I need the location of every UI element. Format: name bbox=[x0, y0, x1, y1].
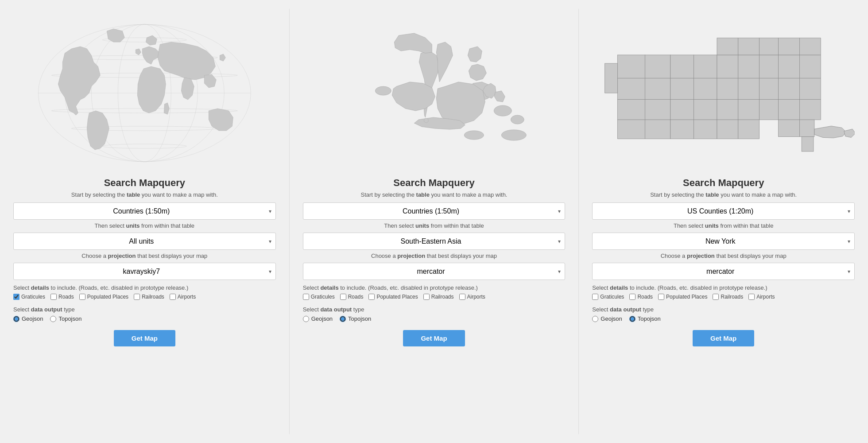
units-label-sea: Then select units from within that table bbox=[384, 222, 484, 229]
graticules-checkbox-ny[interactable] bbox=[592, 294, 598, 300]
topojson-radio-label-world[interactable]: Topojson bbox=[50, 315, 81, 322]
svg-rect-30 bbox=[618, 99, 645, 120]
geojson-radio-ny[interactable] bbox=[592, 316, 598, 322]
topojson-radio-sea[interactable] bbox=[340, 316, 346, 322]
graticules-checkbox-sea[interactable] bbox=[303, 294, 309, 300]
geojson-radio-label-sea[interactable]: Geojson bbox=[303, 315, 333, 322]
svg-rect-56 bbox=[802, 136, 814, 151]
roads-checkbox-ny[interactable] bbox=[629, 294, 636, 300]
svg-rect-43 bbox=[800, 55, 821, 78]
sea-map-svg bbox=[303, 18, 566, 168]
svg-rect-26 bbox=[738, 78, 760, 100]
svg-rect-27 bbox=[760, 78, 779, 100]
table-dropdown-wrapper-sea: Countries (1:50m) US Counties (1:20m) US… bbox=[303, 202, 566, 220]
projection-label-ny: Choose a projection that best displays y… bbox=[661, 253, 787, 259]
projection-label-sea: Choose a projection that best displays y… bbox=[371, 253, 497, 259]
svg-rect-52 bbox=[694, 120, 717, 139]
projection-select-world[interactable]: kavrayskiy7 mercator albers bbox=[13, 263, 276, 280]
airports-checkbox-label-ny[interactable]: Airports bbox=[748, 294, 775, 300]
units-select-ny[interactable]: All units South-Eastern Asia New York bbox=[592, 233, 855, 250]
svg-rect-44 bbox=[717, 38, 738, 55]
output-section-sea: Select data output type Geojson Topojson bbox=[303, 306, 566, 328]
graticules-checkbox-world[interactable] bbox=[13, 294, 19, 300]
units-dropdown-wrapper-sea: All units South-Eastern Asia New York ▾ bbox=[303, 233, 566, 250]
table-select-world[interactable]: Countries (1:50m) US Counties (1:20m) US… bbox=[13, 202, 276, 220]
svg-rect-33 bbox=[694, 99, 717, 120]
populated-places-checkbox-label-world[interactable]: Populated Places bbox=[79, 294, 128, 300]
topojson-radio-label-sea[interactable]: Topojson bbox=[340, 315, 371, 322]
projection-dropdown-wrapper-world: kavrayskiy7 mercator albers ▾ bbox=[13, 263, 276, 280]
svg-point-10 bbox=[102, 144, 186, 148]
geojson-radio-world[interactable] bbox=[13, 316, 19, 322]
units-select-sea[interactable]: All units South-Eastern Asia New York bbox=[303, 233, 566, 250]
svg-rect-51 bbox=[670, 120, 694, 139]
svg-rect-57 bbox=[779, 120, 800, 136]
graticules-checkbox-label-world[interactable]: Graticules bbox=[13, 294, 45, 300]
roads-checkbox-label-ny[interactable]: Roads bbox=[629, 294, 653, 300]
map-ny bbox=[592, 18, 855, 168]
populated-places-checkbox-world[interactable] bbox=[79, 294, 85, 300]
railroads-checkbox-world[interactable] bbox=[134, 294, 140, 300]
railroads-checkbox-ny[interactable] bbox=[713, 294, 719, 300]
railroads-checkbox-label-world[interactable]: Railroads bbox=[134, 294, 164, 300]
railroads-checkbox-label-sea[interactable]: Railroads bbox=[423, 294, 454, 300]
radio-row-ny: Geojson Topojson bbox=[592, 315, 855, 322]
projection-dropdown-wrapper-ny: kavrayskiy7 mercator albers ▾ bbox=[592, 263, 855, 280]
svg-point-14 bbox=[464, 131, 484, 140]
projection-dropdown-wrapper-sea: kavrayskiy7 mercator albers ▾ bbox=[303, 263, 566, 280]
populated-places-checkbox-sea[interactable] bbox=[368, 294, 375, 300]
projection-select-sea[interactable]: kavrayskiy7 mercator albers bbox=[303, 263, 566, 280]
svg-point-15 bbox=[501, 130, 526, 140]
graticules-checkbox-label-sea[interactable]: Graticules bbox=[303, 294, 335, 300]
table-dropdown-wrapper-world: Countries (1:50m) US Counties (1:20m) US… bbox=[13, 202, 276, 220]
railroads-checkbox-sea[interactable] bbox=[423, 294, 430, 300]
world-map-svg bbox=[13, 18, 276, 168]
airports-checkbox-world[interactable] bbox=[170, 294, 176, 300]
airports-checkbox-label-sea[interactable]: Airports bbox=[459, 294, 485, 300]
output-label-world: Select data output type bbox=[13, 306, 276, 313]
populated-places-checkbox-label-ny[interactable]: Populated Places bbox=[658, 294, 707, 300]
roads-checkbox-sea[interactable] bbox=[340, 294, 346, 300]
svg-rect-32 bbox=[670, 99, 694, 120]
geojson-radio-label-ny[interactable]: Geojson bbox=[592, 315, 622, 322]
table-select-ny[interactable]: Countries (1:50m) US Counties (1:20m) US… bbox=[592, 202, 855, 220]
svg-rect-42 bbox=[779, 55, 800, 78]
topojson-radio-world[interactable] bbox=[50, 316, 56, 322]
panel-sea-subtitle: Start by selecting the table you want to… bbox=[361, 191, 508, 198]
svg-rect-48 bbox=[800, 38, 821, 55]
airports-checkbox-label-world[interactable]: Airports bbox=[170, 294, 196, 300]
svg-rect-35 bbox=[738, 99, 760, 120]
panel-sea-title: Search Mapquery bbox=[393, 177, 474, 189]
output-label-ny: Select data output type bbox=[592, 306, 855, 313]
details-section-sea: Select details to include. (Roads, etc. … bbox=[303, 284, 566, 304]
svg-rect-50 bbox=[645, 120, 670, 139]
airports-checkbox-sea[interactable] bbox=[459, 294, 465, 300]
svg-rect-34 bbox=[717, 99, 738, 120]
get-map-button-ny[interactable]: Get Map bbox=[693, 330, 754, 346]
checkbox-row-world: Graticules Roads Populated Places Railro… bbox=[13, 294, 276, 300]
populated-places-checkbox-label-sea[interactable]: Populated Places bbox=[368, 294, 418, 300]
topojson-radio-label-ny[interactable]: Topojson bbox=[629, 315, 661, 322]
roads-checkbox-label-sea[interactable]: Roads bbox=[340, 294, 364, 300]
railroads-checkbox-label-ny[interactable]: Railroads bbox=[713, 294, 743, 300]
table-select-sea[interactable]: Countries (1:50m) US Counties (1:20m) US… bbox=[303, 202, 566, 220]
topojson-radio-ny[interactable] bbox=[629, 316, 636, 322]
map-sea bbox=[303, 18, 566, 168]
graticules-checkbox-label-ny[interactable]: Graticules bbox=[592, 294, 624, 300]
svg-rect-45 bbox=[738, 38, 760, 55]
ny-map-svg bbox=[592, 18, 855, 168]
roads-checkbox-label-world[interactable]: Roads bbox=[50, 294, 74, 300]
svg-rect-25 bbox=[717, 78, 738, 100]
get-map-button-sea[interactable]: Get Map bbox=[403, 330, 465, 346]
airports-checkbox-ny[interactable] bbox=[748, 294, 755, 300]
projection-select-ny[interactable]: kavrayskiy7 mercator albers bbox=[592, 263, 855, 280]
populated-places-checkbox-ny[interactable] bbox=[658, 294, 664, 300]
units-select-world[interactable]: All units South-Eastern Asia New York bbox=[13, 233, 276, 250]
roads-checkbox-world[interactable] bbox=[50, 294, 57, 300]
geojson-radio-sea[interactable] bbox=[303, 316, 309, 322]
geojson-radio-label-world[interactable]: Geojson bbox=[13, 315, 43, 322]
get-map-button-world[interactable]: Get Map bbox=[114, 330, 175, 346]
panel-world-subtitle: Start by selecting the table you want to… bbox=[71, 191, 218, 198]
details-section-ny: Select details to include. (Roads, etc. … bbox=[592, 284, 855, 304]
svg-rect-31 bbox=[645, 99, 670, 120]
